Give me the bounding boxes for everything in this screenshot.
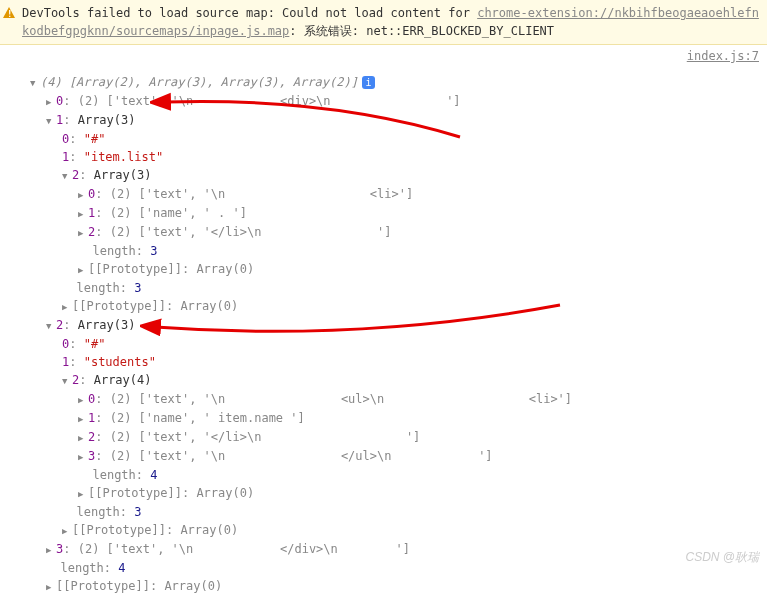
tree-row[interactable]: 2: (2) ['text', '</li>\n '] [18, 428, 767, 447]
source-link[interactable]: index.js:7 [687, 49, 759, 63]
chevron-right-icon[interactable] [46, 577, 56, 596]
tree-length: length: 3 [18, 503, 767, 521]
tree-node-2[interactable]: 2: Array(3) [18, 316, 767, 335]
tree-kv[interactable]: 1: "students" [18, 353, 767, 371]
tree-length: length: 4 [18, 466, 767, 484]
chevron-right-icon[interactable] [46, 540, 56, 559]
chevron-right-icon[interactable] [78, 390, 88, 409]
chevron-down-icon[interactable] [30, 73, 40, 92]
console-tree: (4) [Array(2), Array(3), Array(3), Array… [0, 67, 767, 598]
tree-length: length: 4 [18, 559, 767, 577]
tree-row[interactable]: 0: (2) ['text', '\n <ul>\n <li>'] [18, 390, 767, 409]
tree-row[interactable]: 0: (2) ['text', '\n <li>'] [18, 185, 767, 204]
chevron-right-icon[interactable] [78, 428, 88, 447]
chevron-right-icon[interactable] [62, 297, 72, 316]
tree-length: length: 3 [18, 279, 767, 297]
chevron-right-icon[interactable] [46, 92, 56, 111]
tree-node-1[interactable]: 1: Array(3) [18, 111, 767, 130]
tree-kv[interactable]: 0: "#" [18, 335, 767, 353]
tree-row[interactable]: 2: (2) ['text', '</li>\n '] [18, 223, 767, 242]
warning-icon [3, 5, 15, 23]
tree-root[interactable]: (4) [Array(2), Array(3), Array(3), Array… [18, 73, 767, 92]
chevron-right-icon[interactable] [78, 447, 88, 466]
chevron-down-icon[interactable] [62, 371, 72, 390]
tree-node-2-2[interactable]: 2: Array(4) [18, 371, 767, 390]
warning-banner-top: DevTools failed to load source map: Coul… [0, 0, 767, 45]
warning-text: DevTools failed to load source map: Coul… [22, 6, 477, 20]
info-icon[interactable]: i [362, 76, 375, 89]
chevron-down-icon[interactable] [46, 316, 56, 335]
tree-kv[interactable]: 0: "#" [18, 130, 767, 148]
tree-length: length: 3 [18, 242, 767, 260]
tree-proto[interactable]: [[Prototype]]: Array(0) [18, 297, 767, 316]
chevron-right-icon[interactable] [78, 409, 88, 428]
tree-node-3[interactable]: 3: (2) ['text', '\n </div>\n '] [18, 540, 767, 559]
tree-row[interactable]: 1: (2) ['name', ' item.name '] [18, 409, 767, 428]
chevron-right-icon[interactable] [78, 223, 88, 242]
tree-node-0[interactable]: 0: (2) ['text', '\n <div>\n '] [18, 92, 767, 111]
chevron-right-icon[interactable] [62, 521, 72, 540]
tree-row[interactable]: 3: (2) ['text', '\n </ul>\n '] [18, 447, 767, 466]
chevron-down-icon[interactable] [46, 111, 56, 130]
chevron-right-icon[interactable] [78, 185, 88, 204]
chevron-right-icon[interactable] [78, 204, 88, 223]
tree-kv[interactable]: 1: "item.list" [18, 148, 767, 166]
tree-row[interactable]: 1: (2) ['name', ' . '] [18, 204, 767, 223]
tree-proto[interactable]: [[Prototype]]: Array(0) [18, 521, 767, 540]
chevron-right-icon[interactable] [78, 260, 88, 279]
tree-node-1-2[interactable]: 2: Array(3) [18, 166, 767, 185]
chevron-right-icon[interactable] [78, 484, 88, 503]
tree-proto[interactable]: [[Prototype]]: Array(0) [18, 484, 767, 503]
tree-proto[interactable]: [[Prototype]]: Array(0) [18, 577, 767, 596]
tree-proto[interactable]: [[Prototype]]: Array(0) [18, 260, 767, 279]
watermark: CSDN @耿瑞 [685, 549, 759, 566]
chevron-down-icon[interactable] [62, 166, 72, 185]
